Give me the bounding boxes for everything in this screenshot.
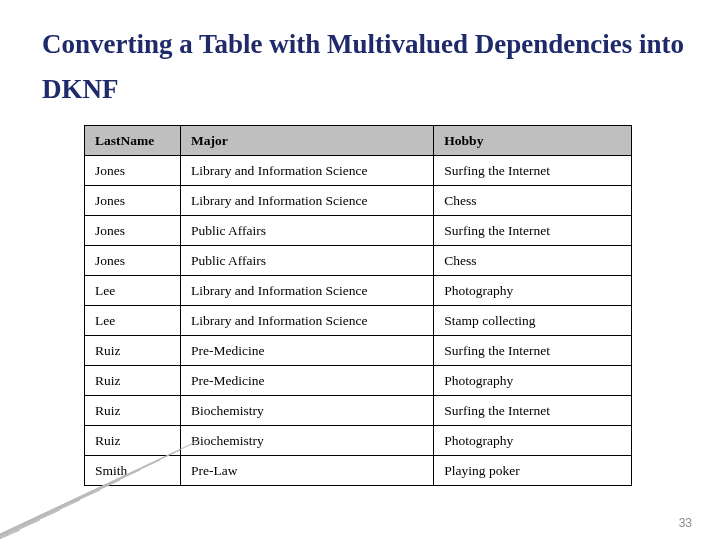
table-cell: Public Affairs bbox=[180, 216, 433, 246]
page-title: Converting a Table with Multivalued Depe… bbox=[0, 0, 720, 111]
table-row: JonesPublic AffairsChess bbox=[85, 246, 632, 276]
svg-line-6 bbox=[0, 500, 80, 540]
table-cell: Library and Information Science bbox=[180, 186, 433, 216]
page-number: 33 bbox=[679, 516, 692, 530]
table-cell: Pre-Law bbox=[180, 456, 433, 486]
table-cell: Pre-Medicine bbox=[180, 366, 433, 396]
table-cell: Jones bbox=[85, 246, 181, 276]
table-cell: Surfing the Internet bbox=[434, 156, 632, 186]
header-major: Major bbox=[180, 126, 433, 156]
table-row: LeeLibrary and Information ScienceStamp … bbox=[85, 306, 632, 336]
svg-line-8 bbox=[0, 520, 40, 540]
table-row: JonesLibrary and Information ScienceSurf… bbox=[85, 156, 632, 186]
table-cell: Public Affairs bbox=[180, 246, 433, 276]
table-row: JonesPublic AffairsSurfing the Internet bbox=[85, 216, 632, 246]
table-row: JonesLibrary and Information ScienceChes… bbox=[85, 186, 632, 216]
table-cell: Chess bbox=[434, 246, 632, 276]
table-cell: Photography bbox=[434, 366, 632, 396]
table-cell: Smith bbox=[85, 456, 181, 486]
table-row: RuizBiochemistrySurfing the Internet bbox=[85, 396, 632, 426]
table-cell: Ruiz bbox=[85, 366, 181, 396]
table-cell: Photography bbox=[434, 276, 632, 306]
table-cell: Biochemistry bbox=[180, 396, 433, 426]
table-cell: Chess bbox=[434, 186, 632, 216]
table-cell: Ruiz bbox=[85, 426, 181, 456]
table-container: LastName Major Hobby JonesLibrary and In… bbox=[0, 111, 720, 486]
header-lastname: LastName bbox=[85, 126, 181, 156]
table-row: RuizPre-MedicineSurfing the Internet bbox=[85, 336, 632, 366]
table-row: LeeLibrary and Information SciencePhotog… bbox=[85, 276, 632, 306]
table-cell: Jones bbox=[85, 156, 181, 186]
table-cell: Library and Information Science bbox=[180, 306, 433, 336]
table-cell: Biochemistry bbox=[180, 426, 433, 456]
table-cell: Surfing the Internet bbox=[434, 216, 632, 246]
dependencies-table: LastName Major Hobby JonesLibrary and In… bbox=[84, 125, 632, 486]
table-cell: Pre-Medicine bbox=[180, 336, 433, 366]
svg-line-4 bbox=[0, 480, 120, 540]
table-header-row: LastName Major Hobby bbox=[85, 126, 632, 156]
table-cell: Surfing the Internet bbox=[434, 396, 632, 426]
table-cell: Ruiz bbox=[85, 396, 181, 426]
svg-line-9 bbox=[0, 530, 20, 540]
table-cell: Photography bbox=[434, 426, 632, 456]
table-row: SmithPre-LawPlaying poker bbox=[85, 456, 632, 486]
table-cell: Jones bbox=[85, 186, 181, 216]
table-cell: Lee bbox=[85, 306, 181, 336]
svg-line-5 bbox=[0, 490, 100, 540]
table-cell: Playing poker bbox=[434, 456, 632, 486]
table-cell: Jones bbox=[85, 216, 181, 246]
table-cell: Lee bbox=[85, 276, 181, 306]
table-cell: Ruiz bbox=[85, 336, 181, 366]
table-cell: Library and Information Science bbox=[180, 276, 433, 306]
table-cell: Library and Information Science bbox=[180, 156, 433, 186]
header-hobby: Hobby bbox=[434, 126, 632, 156]
table-row: RuizBiochemistryPhotography bbox=[85, 426, 632, 456]
table-cell: Stamp collecting bbox=[434, 306, 632, 336]
svg-line-7 bbox=[0, 510, 60, 540]
table-cell: Surfing the Internet bbox=[434, 336, 632, 366]
table-row: RuizPre-MedicinePhotography bbox=[85, 366, 632, 396]
